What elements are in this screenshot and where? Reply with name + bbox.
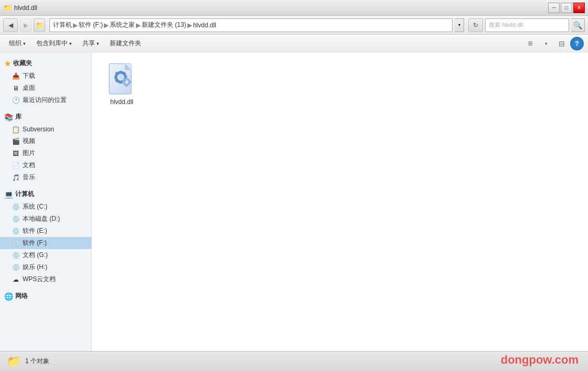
include-library-button[interactable]: 包含到库中 ▾: [32, 36, 77, 51]
sidebar-section-library-header[interactable]: 📚 库: [0, 110, 91, 123]
sidebar-section-network-header[interactable]: 🌐 网络: [0, 290, 91, 303]
svg-rect-5: [119, 71, 122, 74]
view-dropdown-icon: ▾: [545, 41, 548, 46]
drive-e-icon: 💿: [12, 227, 20, 235]
sidebar-item-recent[interactable]: 🕐 最近访问的位置: [0, 94, 91, 106]
refresh-icon: ↻: [473, 22, 478, 29]
drive-d-icon: 💿: [12, 215, 20, 223]
toolbar: 组织 ▾ 包含到库中 ▾ 共享 ▾ 新建文件夹 ≡ ▾ ⊟ ?: [0, 35, 588, 53]
sidebar-item-desktop[interactable]: 🖥 桌面: [0, 82, 91, 94]
computer-icon: 💻: [4, 190, 13, 199]
view-icon: ≡: [528, 39, 532, 48]
sidebar-item-label: 桌面: [23, 84, 35, 92]
sidebar-item-drive-g[interactable]: 💿 文档 (G:): [0, 249, 91, 261]
svg-rect-6: [119, 81, 122, 84]
breadcrumb-item: 系统之家: [110, 20, 135, 29]
share-label: 共享: [82, 39, 95, 48]
back-button[interactable]: ◀: [3, 18, 18, 32]
svg-point-4: [119, 75, 123, 79]
minimize-button[interactable]: ─: [548, 3, 560, 13]
refresh-button[interactable]: ↻: [468, 18, 483, 32]
help-button[interactable]: ?: [570, 37, 584, 50]
drive-f-icon: 💿: [12, 239, 20, 248]
sidebar-item-label: 文档 (G:): [23, 251, 48, 260]
status-folder-icon: 📁: [6, 354, 21, 369]
preview-icon: ⊟: [559, 39, 565, 48]
sidebar-item-video[interactable]: 🎬 视频: [0, 135, 91, 147]
view-toggle-button[interactable]: ≡: [523, 36, 538, 51]
svg-rect-15: [125, 78, 128, 80]
file-name: hlvdd.dll: [102, 98, 142, 106]
sidebar-item-downloads[interactable]: 📥 下载: [0, 70, 91, 82]
sidebar-section-computer: 💻 计算机 💿 系统 (C:) 💿 本地磁盘 (D:) 💿 软件 (E:) 💿 …: [0, 188, 91, 285]
breadcrumb-item: 软件 (F:): [79, 20, 103, 29]
search-placeholder: 搜索 hlvdd.dll: [489, 21, 523, 29]
breadcrumb-item: hlvdd.dll: [193, 22, 216, 29]
file-item-hlvdd[interactable]: hlvdd.dll: [98, 59, 145, 109]
sidebar-item-drive-f[interactable]: 💿 软件 (F:): [0, 237, 91, 249]
sidebar-item-label: 音乐: [23, 173, 35, 182]
content-area: hlvdd.dll: [92, 53, 588, 351]
drive-h-icon: 💿: [12, 263, 20, 272]
forward-icon: ▶: [24, 22, 28, 29]
sidebar-item-subversion[interactable]: 📋 Subversion: [0, 123, 91, 135]
drive-g-icon: 💿: [12, 251, 20, 260]
sidebar-section-computer-header[interactable]: 💻 计算机: [0, 188, 91, 201]
new-folder-button[interactable]: 新建文件夹: [105, 36, 146, 51]
download-folder-icon: 📥: [12, 72, 20, 80]
sidebar-item-drive-d[interactable]: 💿 本地磁盘 (D:): [0, 213, 91, 225]
organize-button[interactable]: 组织 ▾: [4, 36, 30, 51]
svg-point-14: [125, 81, 128, 84]
svg-rect-16: [125, 85, 128, 87]
statusbar: 📁 1 个对象 dongpow.com: [0, 351, 588, 371]
addressbar: ◀ ▶ 📁 计算机 ▶ 软件 (F:) ▶ 系统之家 ▶ 新建文件夹 (13) …: [0, 16, 588, 35]
network-label: 网络: [15, 292, 28, 301]
favorites-label: 收藏夹: [13, 59, 32, 68]
search-button[interactable]: 🔍: [571, 18, 585, 32]
sidebar-item-label: 软件 (E:): [23, 226, 47, 235]
titlebar: 📁 hlvdd.dll ─ □ ✕: [0, 0, 588, 16]
sidebar-item-drive-h[interactable]: 💿 娱乐 (H:): [0, 261, 91, 273]
sidebar-item-drive-c[interactable]: 💿 系统 (C:): [0, 201, 91, 213]
new-folder-label: 新建文件夹: [110, 39, 141, 48]
include-label: 包含到库中: [36, 39, 68, 48]
sidebar-item-documents[interactable]: 📄 文档: [0, 159, 91, 171]
breadcrumb-bar[interactable]: 计算机 ▶ 软件 (F:) ▶ 系统之家 ▶ 新建文件夹 (13) ▶ hlvd…: [49, 18, 453, 32]
up-button[interactable]: 📁: [34, 18, 45, 32]
organize-label: 组织: [9, 39, 22, 48]
view-dropdown-button[interactable]: ▾: [539, 36, 553, 51]
sidebar-item-drive-e[interactable]: 💿 软件 (E:): [0, 225, 91, 237]
preview-pane-button[interactable]: ⊟: [554, 36, 569, 51]
forward-button[interactable]: ▶: [20, 18, 32, 32]
search-icon: 🔍: [573, 21, 582, 29]
search-input[interactable]: 搜索 hlvdd.dll: [485, 18, 569, 32]
sidebar: ★ 收藏夹 📥 下载 🖥 桌面 🕐 最近访问的位置 📚 库: [0, 53, 92, 351]
breadcrumb-dropdown-button[interactable]: ▾: [455, 18, 464, 32]
share-button[interactable]: 共享 ▾: [78, 36, 104, 51]
drive-c-icon: 💿: [12, 203, 20, 211]
computer-label: 计算机: [15, 190, 34, 199]
desktop-icon: 🖥: [12, 84, 20, 92]
sidebar-item-label: 视频: [23, 137, 35, 146]
close-button[interactable]: ✕: [573, 3, 585, 13]
include-dropdown-icon: ▾: [69, 41, 72, 46]
status-count-text: 1 个对象: [25, 357, 49, 366]
recent-icon: 🕐: [12, 96, 20, 105]
watermark: dongpow.com: [501, 353, 579, 367]
svg-rect-18: [129, 81, 131, 84]
titlebar-controls: ─ □ ✕: [548, 3, 585, 13]
documents-icon: 📄: [12, 161, 20, 170]
favorites-icon: ★: [4, 59, 11, 68]
file-icon-dll: [105, 63, 139, 96]
sidebar-item-images[interactable]: 🖼 图片: [0, 147, 91, 159]
maximize-button[interactable]: □: [561, 3, 572, 13]
subversion-icon: 📋: [12, 125, 20, 133]
up-icon: 📁: [36, 22, 44, 29]
sidebar-item-music[interactable]: 🎵 音乐: [0, 171, 91, 183]
library-icon: 📚: [4, 113, 13, 121]
cloud-icon: ☁: [12, 275, 20, 284]
sidebar-item-label: Subversion: [23, 126, 54, 133]
music-icon: 🎵: [12, 173, 20, 182]
sidebar-section-favorites-header[interactable]: ★ 收藏夹: [0, 57, 91, 70]
sidebar-item-wps-cloud[interactable]: ☁ WPS云文档: [0, 273, 91, 285]
